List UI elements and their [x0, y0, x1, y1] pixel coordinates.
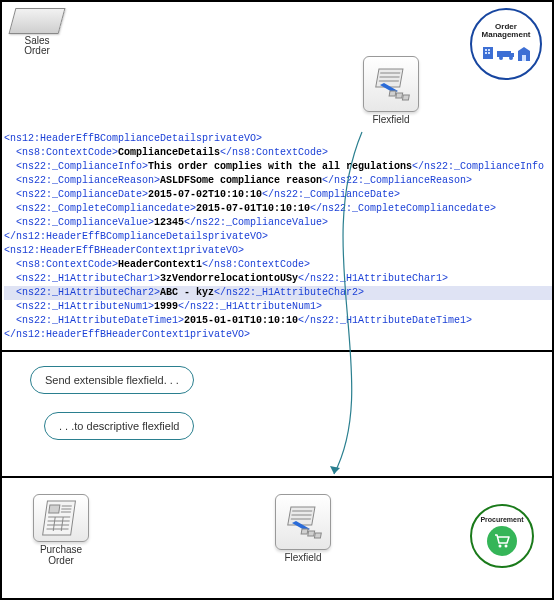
xml-line: <ns22:_H1AttributeDateTime1>2015-01-01T1… — [4, 314, 552, 328]
svg-rect-21 — [49, 505, 60, 513]
xml-code-block: <ns12:HeaderEffBComplianceDetailsprivate… — [4, 132, 552, 342]
svg-rect-37 — [308, 531, 315, 536]
xml-line: </ns12:HeaderEffBHeaderContext1privateVO… — [4, 328, 552, 342]
xml-line: <ns22:_H1AttributeChar1>3zVendorrelocati… — [4, 272, 552, 286]
xml-line: <ns22:_H1AttributeChar2>ABC - kyz</ns22:… — [4, 286, 552, 300]
flexfield-bottom: Flexfield — [272, 494, 334, 566]
svg-point-39 — [499, 545, 502, 548]
svg-rect-18 — [522, 55, 526, 61]
xml-line: <ns22:_H1AttributeNum1>1999</ns22:_H1Att… — [4, 300, 552, 314]
svg-marker-19 — [330, 466, 340, 474]
svg-rect-13 — [497, 51, 511, 57]
svg-rect-10 — [488, 49, 490, 51]
svg-point-40 — [505, 545, 508, 548]
purchase-order: PurchaseOrder — [30, 494, 92, 566]
svg-point-16 — [509, 56, 513, 60]
flexfield-bottom-label: Flexfield — [284, 552, 321, 563]
xml-line: <ns22:_ComplianceReason>ASLDFSome compli… — [4, 174, 552, 188]
divider-1 — [2, 350, 552, 352]
divider-2 — [2, 476, 552, 478]
svg-point-15 — [499, 56, 503, 60]
procurement-label: Procurement — [480, 516, 523, 523]
xml-line: <ns8:ContextCode>ComplianceDetails</ns8:… — [4, 146, 552, 160]
xml-line: <ns8:ContextCode>HeaderContext1</ns8:Con… — [4, 258, 552, 272]
flexfield-icon — [363, 56, 419, 112]
order-management-label: OrderManagement — [482, 23, 531, 39]
xml-line: <ns22:_ComplianceDate>2015-07-02T10:10:1… — [4, 188, 552, 202]
flexfield-top: Flexfield — [360, 56, 422, 128]
callout-to: . . .to descriptive flexfield — [44, 412, 194, 440]
svg-rect-38 — [314, 533, 321, 538]
purchase-order-label: PurchaseOrder — [40, 544, 82, 566]
svg-rect-12 — [488, 52, 490, 54]
xml-line: <ns22:_CompleteCompliancedate>2015-07-01… — [4, 202, 552, 216]
xml-line: <ns12:HeaderEffBHeaderContext1privateVO> — [4, 244, 552, 258]
xml-line: <ns22:_ComplianceValue>12345</ns22:_Comp… — [4, 216, 552, 230]
order-management-icons — [482, 43, 530, 65]
svg-rect-9 — [485, 49, 487, 51]
order-management-badge: OrderManagement — [470, 8, 542, 80]
parallelogram-icon — [9, 8, 66, 34]
xml-line: <ns12:HeaderEffBComplianceDetailsprivate… — [4, 132, 552, 146]
procurement-badge: Procurement — [470, 504, 534, 568]
callout-send: Send extensible flexfield. . . — [30, 366, 194, 394]
svg-rect-7 — [402, 95, 409, 100]
diagram-canvas: SalesOrder Flexfield Order — [0, 0, 554, 600]
xml-line: </ns12:HeaderEffBComplianceDetailsprivat… — [4, 230, 552, 244]
svg-rect-31 — [288, 507, 315, 525]
svg-rect-36 — [301, 529, 308, 534]
sales-order-label: SalesOrder — [24, 36, 50, 56]
xml-line: <ns22:_ComplianceInfo>This order complie… — [4, 160, 552, 174]
flexfield-icon — [275, 494, 331, 550]
purchase-order-icon — [33, 494, 89, 542]
flexfield-top-label: Flexfield — [372, 114, 409, 125]
svg-rect-0 — [376, 69, 403, 87]
svg-rect-6 — [396, 93, 403, 98]
svg-rect-11 — [485, 52, 487, 54]
cart-icon — [487, 526, 517, 556]
svg-rect-5 — [389, 91, 396, 96]
sales-order-icon: SalesOrder — [8, 8, 66, 56]
